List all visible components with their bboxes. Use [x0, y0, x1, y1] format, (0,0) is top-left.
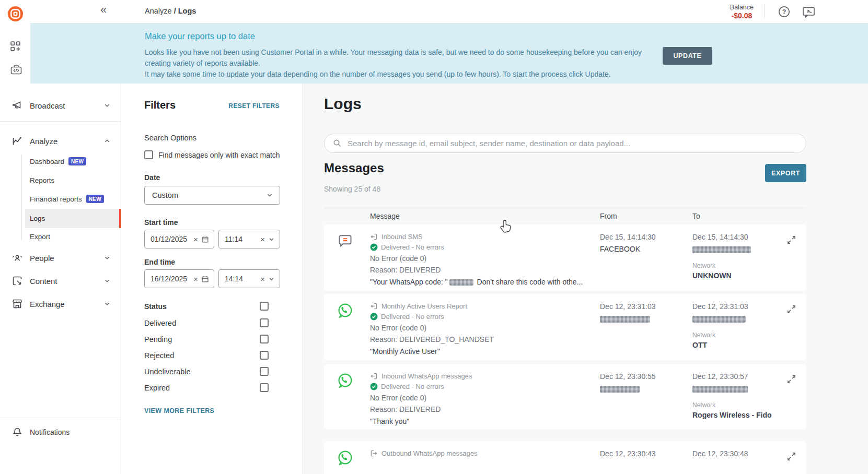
table-header: Message From To: [324, 212, 806, 220]
sidebar-label-broadcast: Broadcast: [30, 101, 65, 110]
column-from: From: [600, 212, 692, 220]
start-date-input[interactable]: 01/12/2025 ×: [144, 230, 214, 248]
expand-row-icon[interactable]: [786, 374, 797, 430]
status-checkbox-expired[interactable]: [260, 383, 269, 392]
sidebar-item-notifications[interactable]: Notifications: [0, 424, 121, 441]
sidebar-item-financial-reports[interactable]: Financial reports NEW: [30, 193, 104, 205]
chevron-down-icon[interactable]: [268, 276, 275, 282]
sidebar-item-content[interactable]: Content: [0, 272, 121, 289]
clear-icon[interactable]: ×: [260, 235, 265, 243]
message-row[interactable]: Monthly Active Users Report Delivered - …: [324, 294, 806, 360]
start-time-input[interactable]: 11:14 ×: [218, 230, 280, 248]
clear-icon[interactable]: ×: [193, 275, 198, 283]
status-checkbox-pending[interactable]: [260, 335, 269, 343]
sidebar-collapse-icon[interactable]: «: [100, 3, 107, 17]
sidebar-nav: Broadcast Analyze Dashboard NEW Reports …: [0, 84, 121, 474]
outbound-icon: [370, 449, 378, 457]
icon-rail: [0, 23, 30, 84]
filters-title: Filters: [144, 99, 176, 111]
sidebar-item-reports[interactable]: Reports: [30, 174, 54, 186]
clear-icon[interactable]: ×: [193, 235, 198, 243]
search-options-label: Search Options: [144, 134, 196, 142]
expand-row-icon[interactable]: [786, 304, 797, 360]
to-timestamp: Dec 12, 23:30:48: [692, 449, 786, 458]
message-row[interactable]: Inbound WhatsApp messages Delivered - No…: [324, 364, 806, 430]
feedback-chat-icon[interactable]: [802, 6, 816, 18]
inbound-icon: [370, 302, 378, 310]
calendar-icon[interactable]: [201, 235, 209, 243]
megaphone-icon: [11, 100, 23, 111]
delivered-check-icon: [370, 313, 378, 321]
brand-logo-icon[interactable]: [7, 6, 24, 22]
status-option-label: Delivered: [144, 319, 176, 327]
message-details-cell: Inbound SMS Delivered - No errors No Err…: [370, 233, 600, 291]
to-timestamp: Dec 15, 14:14:30: [692, 233, 786, 241]
sidebar-label-content: Content: [30, 277, 57, 286]
breadcrumb-parent[interactable]: Analyze: [145, 7, 172, 15]
table-divider: [324, 208, 806, 208]
apps-grid-icon[interactable]: [10, 41, 21, 52]
reset-filters-link[interactable]: RESET FILTERS: [228, 102, 280, 110]
status-checkbox-undeliverable[interactable]: [260, 367, 269, 376]
message-type: Inbound SMS: [381, 233, 423, 241]
message-type: Outbound WhatsApp messages: [381, 449, 478, 457]
sidebar-label-people: People: [30, 254, 54, 263]
whatsapp-channel-icon: [337, 449, 353, 466]
sidebar-item-export[interactable]: Export: [30, 231, 50, 242]
from-timestamp: Dec 12, 23:30:43: [600, 449, 692, 458]
status-row-pending: Pending: [144, 335, 269, 343]
breadcrumb-divider: /: [174, 7, 176, 15]
chevron-up-icon: [103, 137, 111, 145]
whatsapp-channel-icon: [337, 372, 353, 388]
showing-count: Showing 25 of 48: [324, 185, 380, 193]
update-button[interactable]: UPDATE: [663, 47, 712, 65]
redacted-destination: [692, 246, 751, 253]
status-option-label: Pending: [144, 335, 172, 343]
expand-row-icon[interactable]: [786, 235, 797, 291]
topbar-divider: [764, 5, 765, 19]
sidebar-item-logs-selected[interactable]: Logs: [25, 209, 121, 228]
help-icon[interactable]: ?: [778, 5, 791, 18]
message-error: No Error (code 0): [370, 324, 600, 332]
status-checkbox-rejected[interactable]: [260, 351, 269, 360]
status-checkbox-delivered[interactable]: [260, 318, 269, 327]
status-option-label: Rejected: [144, 351, 174, 360]
end-date-input[interactable]: 16/12/2025 ×: [144, 269, 214, 288]
inbound-icon: [370, 372, 378, 380]
to-cell: Dec 12, 23:30:57 Network Rogers Wireless…: [692, 372, 786, 430]
sidebar-item-broadcast[interactable]: Broadcast: [0, 97, 121, 114]
exact-match-checkbox[interactable]: [144, 150, 153, 159]
from-cell: Dec 15, 14:14:30 FACEBOOK: [600, 233, 692, 291]
search-input[interactable]: [346, 138, 797, 148]
end-time-input[interactable]: 14:14 ×: [218, 269, 280, 288]
export-button[interactable]: EXPORT: [765, 164, 806, 182]
to-timestamp: Dec 12, 23:30:57: [692, 372, 786, 381]
message-row[interactable]: Outbound WhatsApp messages Dec 12, 23:30…: [324, 441, 806, 474]
channel-cell: [337, 302, 370, 360]
sidebar-item-exchange[interactable]: Exchange: [0, 295, 121, 312]
message-row[interactable]: Inbound SMS Delivered - No errors No Err…: [324, 224, 806, 291]
status-row-undeliverable: Undeliverable: [144, 367, 269, 376]
sidebar-label-notifications: Notifications: [30, 428, 70, 436]
message-status: Delivered - No errors: [381, 313, 444, 321]
chevron-down-icon[interactable]: [268, 236, 275, 243]
expand-row-icon[interactable]: [786, 452, 797, 474]
sidebar-item-analyze[interactable]: Analyze: [0, 133, 121, 149]
from-cell: Dec 12, 23:30:55: [600, 372, 692, 430]
clear-icon[interactable]: ×: [260, 275, 265, 283]
calendar-icon[interactable]: [201, 275, 209, 283]
sidebar-label-logs: Logs: [30, 215, 45, 222]
column-message: Message: [370, 212, 600, 220]
status-select-all-checkbox[interactable]: [260, 302, 269, 311]
message-reason: Reason: DELIVERED_TO_HANDSET: [370, 335, 600, 343]
message-reason: Reason: DELIVERED: [370, 405, 600, 413]
sidebar-label-dashboard: Dashboard: [30, 158, 64, 165]
view-more-filters-link[interactable]: VIEW MORE FILTERS: [144, 407, 214, 414]
message-preview: "Your WhatsApp code: " Don't share this …: [370, 278, 600, 286]
sidebar-item-people[interactable]: People: [0, 250, 121, 266]
sidebar-item-dashboard[interactable]: Dashboard NEW: [30, 156, 86, 167]
date-range-select[interactable]: Custom: [144, 186, 280, 205]
developer-toolbox-icon[interactable]: [10, 64, 22, 75]
balance-widget[interactable]: Balance -$0.08: [730, 3, 754, 20]
status-label: Status: [144, 302, 167, 311]
